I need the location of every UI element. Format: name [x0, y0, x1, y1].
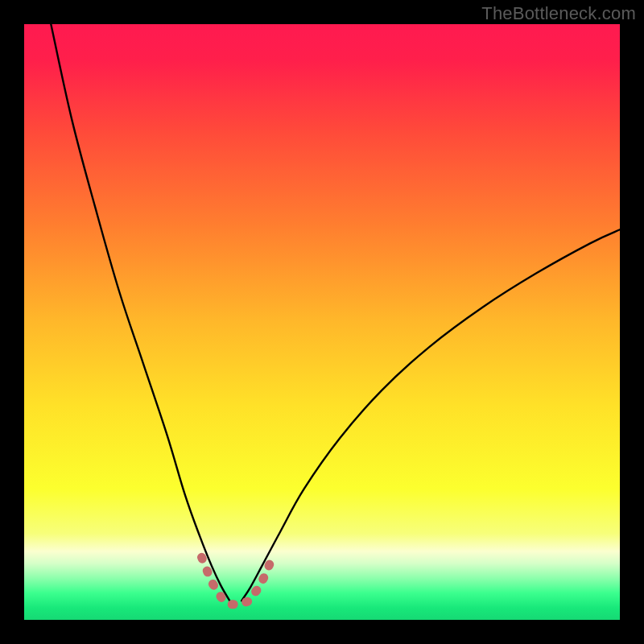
chart-stage: TheBottleneck.com	[0, 0, 644, 644]
curve-layer	[24, 24, 620, 620]
left-branch-curve	[51, 24, 229, 601]
plot-area	[24, 24, 620, 620]
right-branch-curve	[242, 229, 620, 601]
watermark-text: TheBottleneck.com	[481, 3, 636, 24]
